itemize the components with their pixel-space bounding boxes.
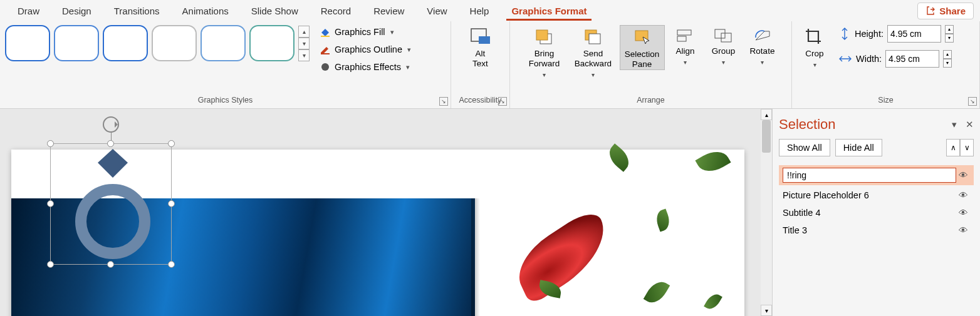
svg-rect-4 [479,36,490,44]
tab-design[interactable]: Design [51,2,103,20]
gallery-down-icon[interactable]: ▾ [298,38,310,49]
tab-animations[interactable]: Animations [171,2,240,20]
handle-sw[interactable] [47,261,54,268]
share-button[interactable]: Share [917,3,974,19]
alt-text-button[interactable]: Alt Text [458,25,503,69]
style-thumb-1[interactable] [5,25,50,61]
style-thumb-5[interactable] [201,25,246,61]
group-button[interactable]: Group▾ [706,25,741,66]
tab-view[interactable]: View [415,2,458,20]
height-row: Height: ▴▾ [838,25,954,43]
rotate-icon [752,28,773,44]
group-label-styles: Graphics Styles [5,94,446,107]
svg-rect-8 [589,34,600,44]
leaf-2[interactable] [695,145,731,177]
height-icon [838,27,851,41]
selection-box[interactable] [50,143,172,265]
scroll-thumb[interactable] [762,120,771,153]
style-gallery: ▴ ▾ ▾ [5,25,310,61]
align-button[interactable]: Align▾ [669,25,702,66]
send-backward-button[interactable]: Send Backward▾ [571,25,616,79]
group-graphics-styles: ▴ ▾ ▾ Graphics Fill▾ Graphics Outline▾ G… [0,21,451,108]
height-spin-down[interactable]: ▾ [945,34,954,43]
bring-forward-label: Bring Forward [529,49,560,69]
pane-list: 👁 Picture Placeholder 6 👁 Subtitle 4 👁 T… [779,165,974,238]
ring-graphic[interactable] [66,149,160,259]
handle-n[interactable] [107,140,114,147]
handle-e[interactable] [168,200,175,207]
gallery-more-icon[interactable]: ▾ [298,49,310,61]
styles-launcher-icon[interactable]: ↘ [439,97,448,106]
tab-slide-show[interactable]: Slide Show [240,2,310,20]
tab-help[interactable]: Help [459,2,501,20]
svg-rect-10 [677,30,691,35]
width-spin-up[interactable]: ▴ [943,50,952,59]
tab-draw[interactable]: Draw [6,2,51,20]
pane-options-icon[interactable]: ▾ [952,119,957,130]
pane-item-rename-input[interactable] [783,168,956,183]
crop-button[interactable]: Crop▾ [797,25,832,69]
tab-review[interactable]: Review [362,2,415,20]
canvas-area[interactable]: ▴ ▾ [0,109,772,316]
tab-transitions[interactable]: Transitions [103,2,171,20]
rotate-button[interactable]: Rotate▾ [745,25,780,66]
selection-pane: Selection ▾ ✕ Show All Hide All ∧ ∨ 👁 Pi… [772,109,980,316]
leaf-1[interactable] [604,143,633,172]
bring-forward-icon [534,28,555,46]
flower-graphic[interactable] [509,206,615,307]
selection-pane-button[interactable]: Selection Pane [620,25,665,70]
size-launcher-icon[interactable]: ↘ [968,97,977,106]
crop-label: Crop [805,49,823,59]
scroll-down-icon[interactable]: ▾ [761,305,772,316]
handle-s[interactable] [107,261,114,268]
handle-nw[interactable] [47,140,54,147]
bucket-icon [320,26,331,38]
group-size: Crop▾ Height: ▴▾ Width: ▴▾ Size ↘ [792,21,980,108]
style-thumb-2[interactable] [54,25,99,61]
tab-record[interactable]: Record [310,2,362,20]
height-input[interactable] [887,25,941,43]
style-thumb-4[interactable] [152,25,197,61]
graphics-outline-button[interactable]: Graphics Outline▾ [317,43,414,56]
leaf-3[interactable] [654,208,672,232]
leaf-6[interactable] [704,291,722,312]
graphics-effects-button[interactable]: Graphics Effects▾ [317,60,414,74]
bring-forward-button[interactable]: Bring Forward▾ [522,25,567,79]
group-label-size: Size [797,94,974,107]
style-thumb-3[interactable] [103,25,148,61]
tab-graphics-format[interactable]: Graphics Format [500,2,598,20]
reorder-up-icon[interactable]: ∧ [946,139,960,156]
hide-all-button[interactable]: Hide All [835,139,882,156]
leaf-5[interactable] [644,277,670,307]
pane-item-subtitle[interactable]: Subtitle 4 👁 [779,205,974,220]
send-backward-label: Send Backward [575,49,612,69]
eye-icon[interactable]: 👁 [956,170,970,180]
alt-text-icon [470,28,491,46]
handle-ne[interactable] [168,140,175,147]
reorder-down-icon[interactable]: ∨ [960,139,974,156]
handle-w[interactable] [47,200,54,207]
show-all-button[interactable]: Show All [779,139,830,156]
accessibility-launcher-icon[interactable]: ↘ [498,97,507,106]
handle-se[interactable] [168,261,175,268]
selection-pane-icon [632,28,653,47]
eye-icon[interactable]: 👁 [956,225,970,235]
eye-icon[interactable]: 👁 [956,208,970,218]
width-input[interactable] [885,50,939,68]
width-spin-down[interactable]: ▾ [943,59,952,68]
eye-icon[interactable]: 👁 [956,190,970,200]
pane-title: Selection [779,116,836,133]
vertical-scrollbar[interactable]: ▴ ▾ [761,109,772,316]
height-spin-up[interactable]: ▴ [945,25,954,34]
style-thumb-6[interactable] [249,25,295,61]
graphics-outline-label: Graphics Outline [335,44,402,54]
scroll-up-icon[interactable]: ▴ [761,109,772,120]
gallery-up-icon[interactable]: ▴ [298,26,310,38]
pane-item-ring[interactable]: 👁 [779,165,974,185]
pane-close-icon[interactable]: ✕ [966,119,974,130]
graphics-fill-button[interactable]: Graphics Fill▾ [317,25,414,39]
pane-item-picture-placeholder[interactable]: Picture Placeholder 6 👁 [779,188,974,203]
rotate-handle[interactable] [103,116,119,133]
pane-item-title[interactable]: Title 3 👁 [779,223,974,238]
svg-rect-11 [677,36,686,41]
